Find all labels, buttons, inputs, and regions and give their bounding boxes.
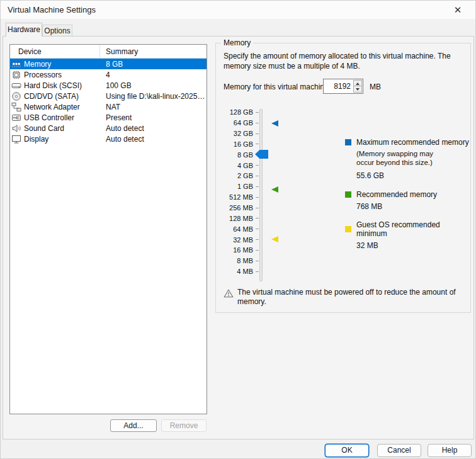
usb-controller-icon: [11, 113, 22, 123]
device-row-cd-dvd[interactable]: CD/DVD (SATA) Using file D:\kali-linux-2…: [10, 91, 207, 101]
hard-disk-icon: [11, 81, 22, 91]
scale-label: 512 MB: [216, 193, 253, 201]
memory-size-field: [323, 79, 363, 94]
groupbox-title: Memory: [221, 38, 253, 47]
tick-mark: [256, 197, 259, 198]
memory-spinner: [353, 80, 362, 93]
device-summary: NAT: [100, 103, 207, 111]
cd-dvd-icon: [11, 91, 22, 101]
title-bar: Virtual Machine Settings ✕: [1, 1, 475, 19]
scale-label: 32 MB: [216, 236, 253, 244]
tick-mark: [256, 112, 259, 113]
memory-size-input[interactable]: [324, 79, 353, 93]
device-list[interactable]: Device Summary Memory 8 GB Processors 4 …: [9, 44, 207, 414]
memory-description: Specify the amount of memory allocated t…: [224, 52, 469, 71]
memory-unit-label: MB: [370, 82, 381, 91]
scale-label: 64 MB: [216, 225, 253, 233]
scale-label: 16 GB: [216, 140, 253, 148]
device-name: Sound Card: [24, 124, 64, 133]
scale-label: 4 GB: [216, 162, 253, 169]
device-summary: 100 GB: [100, 81, 207, 90]
processor-icon: [11, 70, 22, 80]
device-name: Processors: [24, 71, 62, 79]
tick-mark: [256, 165, 259, 166]
device-name: CD/DVD (SATA): [24, 92, 79, 101]
warning-icon: [224, 288, 234, 307]
legend-recommended-memory: Recommended memory 768 MB: [345, 190, 437, 211]
device-list-header: Device Summary: [10, 45, 207, 59]
tab-options[interactable]: Options: [42, 25, 72, 37]
scale-label: 32 GB: [216, 130, 253, 137]
minimum-memory-marker-icon: [271, 236, 278, 242]
blue-square-icon: [345, 139, 351, 145]
device-row-display[interactable]: Display Auto detect: [10, 133, 207, 144]
legend-value: 768 MB: [356, 202, 437, 211]
scale-label: 8 MB: [216, 257, 253, 264]
legend-label: Guest OS recommended minimum: [356, 220, 470, 238]
device-summary: Auto detect: [100, 124, 207, 133]
scale-label: 64 GB: [216, 119, 253, 127]
tick-mark: [256, 144, 259, 144]
green-square-icon: [345, 191, 351, 198]
memory-icon: [11, 59, 22, 69]
tab-hardware[interactable]: Hardware: [6, 23, 42, 37]
device-name: Hard Disk (SCSI): [24, 81, 82, 90]
legend-value: 32 MB: [356, 241, 470, 250]
add-button[interactable]: Add...: [110, 419, 157, 432]
tick-mark: [256, 218, 259, 218]
powered-off-warning: The virtual machine must be powered off …: [224, 288, 465, 307]
scale-label: 2 GB: [216, 172, 253, 179]
tick-mark: [256, 186, 259, 187]
column-header-device[interactable]: Device: [10, 45, 100, 58]
memory-input-label: Memory for this virtual machine:: [224, 82, 331, 91]
tick-mark: [256, 123, 259, 123]
yellow-square-icon: [345, 226, 351, 232]
cancel-button[interactable]: Cancel: [377, 444, 421, 457]
scale-label: 8 GB: [216, 151, 253, 159]
device-row-usb-controller[interactable]: USB Controller Present: [10, 112, 207, 123]
device-row-network-adapter[interactable]: Network Adapter NAT: [10, 101, 207, 112]
close-icon[interactable]: ✕: [449, 3, 467, 17]
window-title: Virtual Machine Settings: [8, 5, 96, 14]
legend-maximum-memory: Maximum recommended memory (Memory swapp…: [345, 138, 469, 180]
display-icon: [11, 134, 22, 144]
device-summary: 4: [100, 71, 207, 79]
device-row-processors[interactable]: Processors 4: [10, 69, 207, 80]
legend-guest-os-minimum: Guest OS recommended minimum 32 MB: [345, 220, 470, 250]
tick-mark: [256, 133, 259, 134]
legend-note-line: (Memory swapping may: [356, 149, 469, 158]
max-memory-marker-icon: [271, 120, 278, 127]
device-summary: Present: [100, 113, 207, 122]
legend-note-line: occur beyond this size.): [356, 158, 469, 167]
tick-mark: [256, 239, 259, 240]
device-row-sound-card[interactable]: Sound Card Auto detect: [10, 123, 207, 133]
scale-label: 128 GB: [216, 108, 253, 116]
spinner-down-icon[interactable]: [354, 86, 361, 92]
legend-label: Recommended memory: [356, 190, 437, 199]
device-summary: Auto detect: [100, 135, 207, 144]
device-row-memory[interactable]: Memory 8 GB: [10, 59, 207, 69]
remove-button[interactable]: Remove: [161, 419, 207, 432]
column-header-summary[interactable]: Summary: [100, 45, 207, 58]
ok-button[interactable]: OK: [325, 444, 369, 457]
tick-mark: [256, 176, 259, 176]
tick-mark: [256, 271, 259, 272]
tick-mark: [256, 208, 259, 208]
scale-label: 1 GB: [216, 183, 253, 190]
device-name: Network Adapter: [24, 103, 80, 111]
legend-value: 55.6 GB: [356, 171, 469, 180]
memory-scale: 128 GB 64 GB 32 GB 16 GB 8 GB 4 GB 2 GB …: [216, 107, 259, 277]
tick-mark: [256, 250, 259, 251]
device-row-hard-disk[interactable]: Hard Disk (SCSI) 100 GB: [10, 80, 207, 91]
hardware-tab-panel: Device Summary Memory 8 GB Processors 4 …: [3, 36, 474, 439]
device-name: Display: [24, 135, 48, 144]
recommended-memory-marker-icon: [271, 186, 278, 193]
device-name: Memory: [24, 60, 51, 69]
memory-slider-track[interactable]: [259, 109, 263, 281]
legend-label: Maximum recommended memory: [356, 138, 469, 147]
memory-groupbox: Memory Specify the amount of memory allo…: [215, 43, 471, 313]
device-summary: 8 GB: [100, 60, 207, 69]
vm-settings-dialog: Virtual Machine Settings ✕ Hardware Opti…: [0, 0, 476, 459]
help-button[interactable]: Help: [428, 444, 472, 457]
spinner-up-icon[interactable]: [354, 81, 361, 86]
